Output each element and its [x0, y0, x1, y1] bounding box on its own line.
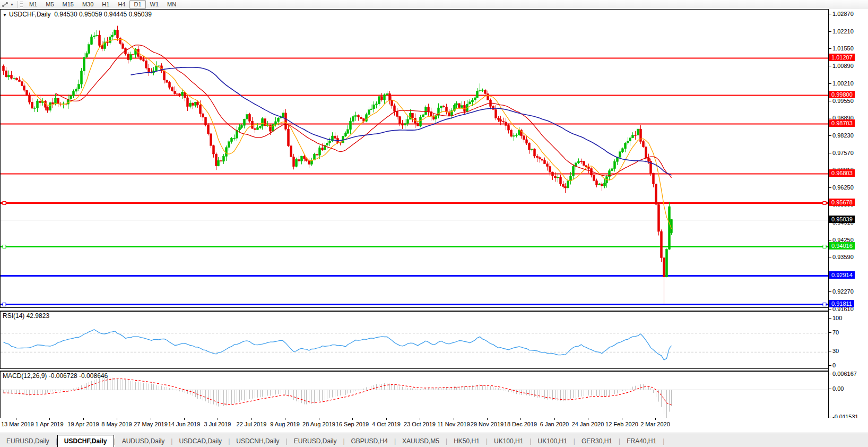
price-badge-0.98703: 0.98703: [829, 119, 855, 127]
hline-0.91811[interactable]: [1, 303, 829, 306]
axis-tick-mark: [829, 291, 831, 292]
chart-tab-eurusd-daily[interactable]: EURUSD,Daily: [0, 435, 56, 447]
line-handle[interactable]: [823, 245, 826, 248]
macd-label: MACD(12,26,9) -0.006728 -0.008646: [3, 372, 108, 380]
line-handle[interactable]: [823, 202, 826, 205]
axis-tick-mark: [829, 118, 831, 118]
price-tick-label: 1.02210: [832, 28, 854, 35]
ohlc-close: 0.95039: [128, 11, 151, 18]
timeframe-button-m15[interactable]: M15: [58, 0, 78, 9]
macd-panel[interactable]: MACD(12,26,9) -0.006728 -0.008646: [0, 371, 829, 419]
chart-tab-hk50-h1[interactable]: HK50,H1: [447, 435, 486, 447]
chart-tab-uk100-h1[interactable]: UK100,H1: [488, 435, 530, 447]
price-tick-label: 1.02870: [832, 11, 854, 17]
chart-tab-fra40-h1[interactable]: FRA40,H1: [620, 435, 663, 447]
main-chart-panel[interactable]: ▼USDCHF,Daily 0.94530 0.95059 0.94445 0.…: [0, 9, 829, 308]
date-tick-mark: [251, 418, 252, 420]
date-tick-mark: [655, 418, 656, 420]
ohlc-low: 0.94445: [104, 11, 127, 18]
rsi-scale-label: 0: [832, 362, 836, 368]
date-tick-mark: [352, 418, 353, 420]
rsi-label: RSI(14) 42.9823: [3, 312, 49, 320]
panel-splitter[interactable]: [0, 307, 828, 310]
date-label: 19 Apr 2019: [67, 421, 99, 427]
date-tick-mark: [487, 418, 488, 420]
timeframe-button-h1[interactable]: H1: [98, 0, 114, 9]
price-badge-0.91811: 0.91811: [829, 300, 854, 307]
chart-window: ▼USDCHF,Daily 0.94530 0.95059 0.94445 0.…: [0, 9, 868, 447]
date-label: 29 Nov 2019: [471, 421, 504, 427]
line-handle[interactable]: [3, 245, 6, 248]
chart-cursor-icon[interactable]: [2, 2, 9, 8]
dropdown-caret-icon[interactable]: ▼: [10, 3, 14, 6]
axis-tick-mark: [829, 48, 831, 49]
date-tick-mark: [151, 418, 151, 420]
line-handle[interactable]: [3, 303, 6, 306]
toolbar-separator: [18, 1, 18, 8]
chart-title: ▼USDCHF,Daily 0.94530 0.95059 0.94445 0.…: [3, 11, 152, 18]
axis-tick-mark: [829, 153, 831, 153]
current-price-badge: 0.95039: [829, 216, 855, 223]
date-tick-mark: [588, 418, 588, 420]
axis-tick-mark: [829, 365, 831, 366]
macd-histogram: [4, 377, 672, 418]
date-tick-mark: [285, 418, 285, 420]
symbol-dropdown-icon[interactable]: ▼: [3, 13, 7, 18]
timeframe-button-m30[interactable]: M30: [78, 0, 98, 9]
date-tick-mark: [117, 418, 117, 420]
line-handle[interactable]: [823, 303, 826, 306]
timeframe-toolbar: ▼ M1M5M15M30H1H4D1W1MN: [0, 0, 868, 10]
axis-tick-mark: [829, 101, 831, 101]
chart-tab-audusd-daily[interactable]: AUDUSD,Daily: [116, 435, 171, 447]
date-label: 13 Mar 2019: [1, 421, 34, 427]
date-axis[interactable]: 13 Mar 20191 Apr 201919 Apr 20198 May 20…: [0, 418, 868, 432]
chart-tab-usdchf-daily[interactable]: USDCHF,Daily: [57, 435, 114, 447]
date-tick-mark: [49, 418, 50, 420]
axis-tick-mark: [829, 66, 831, 66]
rsi-scale-label: 100: [832, 315, 842, 321]
date-tick-mark: [386, 418, 387, 420]
hline-0.94016[interactable]: [1, 245, 829, 248]
timeframe-button-m1[interactable]: M1: [25, 0, 41, 9]
chart-tab-usdcad-daily[interactable]: USDCAD,Daily: [172, 435, 228, 447]
mt4-terminal: { "toolbar": { "timeframes": ["M1","M5",…: [0, 0, 868, 447]
axis-tick-mark: [829, 332, 831, 333]
chart-tab-gbpusd-h4[interactable]: GBPUSD,H4: [345, 435, 394, 447]
chart-tab-xauusd-m5[interactable]: XAUUSD,M5: [396, 435, 446, 447]
axis-tick-mark: [829, 389, 831, 389]
ohlc-open: 0.94530: [54, 11, 77, 18]
date-label: 23 Oct 2019: [404, 421, 436, 427]
date-tick-mark: [520, 418, 521, 420]
chart-tab-ger30-h1[interactable]: GER30,H1: [575, 435, 619, 447]
chart-tab-bar: EURUSD,Daily|USDCHF,Daily|AUDUSD,Daily|U…: [0, 433, 868, 447]
chart-tab-eurusd-daily[interactable]: EURUSD,Daily: [288, 435, 343, 447]
date-tick-mark: [454, 418, 454, 420]
date-label: 3 Jul 2019: [204, 421, 231, 427]
date-tick-mark: [218, 418, 218, 420]
price-tick-label: 1.01550: [832, 45, 854, 51]
timeframe-button-m5[interactable]: M5: [41, 0, 58, 9]
hline-0.95678[interactable]: [1, 202, 829, 205]
timeframe-button-d1[interactable]: D1: [129, 0, 145, 9]
date-label: 18 Dec 2019: [504, 421, 537, 427]
chart-tab-uk100-h1[interactable]: UK100,H1: [531, 435, 573, 447]
rsi-line: [4, 330, 672, 360]
price-badge-1.01207: 1.01207: [829, 54, 855, 61]
date-label: 12 Feb 2020: [605, 421, 638, 427]
toolbar-grip[interactable]: [20, 2, 23, 8]
date-label: 11 Nov 2019: [437, 421, 470, 427]
rsi-scale-label: 70: [832, 329, 839, 336]
date-label: 28 Aug 2019: [302, 421, 335, 427]
timeframe-button-mn[interactable]: MN: [163, 0, 180, 9]
chart-tab-usdcnh-daily[interactable]: USDCNH,Daily: [230, 435, 285, 447]
rsi-panel[interactable]: RSI(14) 42.9823: [0, 311, 829, 368]
price-axis[interactable]: 1.028701.022101.015501.008901.002100.995…: [828, 9, 868, 418]
timeframe-button-w1[interactable]: W1: [146, 0, 163, 9]
date-tick-mark: [319, 418, 319, 420]
rsi-value: 42.9823: [27, 312, 49, 320]
date-label: 4 Oct 2019: [372, 421, 401, 427]
line-handle[interactable]: [3, 202, 6, 205]
timeframe-button-h4[interactable]: H4: [114, 0, 129, 9]
date-label: 14 Jun 2019: [168, 421, 201, 427]
date-label: 6 Jan 2020: [540, 421, 569, 427]
